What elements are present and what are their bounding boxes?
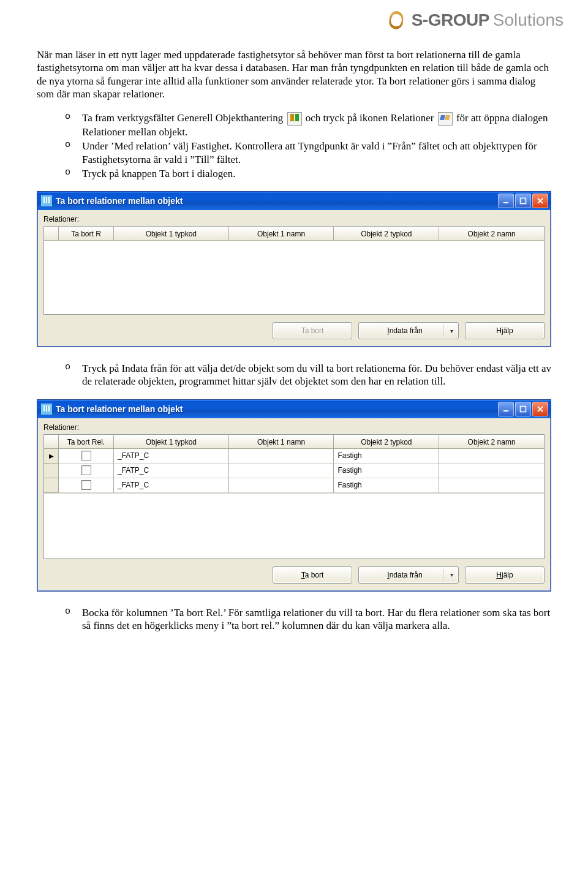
checkbox-icon[interactable] xyxy=(81,465,91,475)
relations-grid[interactable]: Ta bort Rel. Objekt 1 typkod Objekt 1 na… xyxy=(43,434,545,559)
bullet-item: Ta fram verktygsfältet Generell Objektha… xyxy=(65,111,551,138)
obj2-typkod-cell[interactable]: Fastigh xyxy=(334,478,439,493)
grid-body: _FATP_C Fastigh _FATP_C Fastigh _FAT xyxy=(44,449,544,493)
relations-grid[interactable]: Ta bort R Objekt 1 typkod Objekt 1 namn … xyxy=(43,226,545,315)
bullet-item: Under ’Med relation’ välj Fastighet. Kon… xyxy=(65,140,551,166)
table-row[interactable]: _FATP_C Fastigh xyxy=(44,449,544,464)
bullet-item: Tryck på Indata från för att välja det/d… xyxy=(65,362,551,388)
bullet-text: och tryck på ikonen Relationer xyxy=(306,112,437,124)
btn-text: ndata från xyxy=(390,571,423,579)
obj1-typkod-cell[interactable]: _FATP_C xyxy=(114,464,229,478)
indata-fran-button[interactable]: Indata från xyxy=(358,566,459,584)
col-tabort[interactable]: Ta bort Rel. xyxy=(59,435,114,448)
help-button[interactable]: Hjälp xyxy=(465,566,545,584)
paragraph-1: När man läser in ett nytt lager med uppd… xyxy=(37,48,551,100)
brand-swirl-icon xyxy=(386,10,407,31)
window-title: Ta bort relationer mellan objekt xyxy=(56,196,498,206)
obj1-namn-cell[interactable] xyxy=(229,449,334,464)
checkbox-icon[interactable] xyxy=(81,451,91,461)
close-button[interactable] xyxy=(532,194,548,208)
svg-rect-0 xyxy=(503,202,508,203)
relations-label: Relationer: xyxy=(43,215,545,224)
bullet-item: Tryck på knappen Ta bort i dialogen. xyxy=(65,167,551,180)
brand-logo: S-GROUP Solutions xyxy=(386,10,564,31)
col-obj1-typkod[interactable]: Objekt 1 typkod xyxy=(114,435,229,448)
col-tabort[interactable]: Ta bort R xyxy=(59,227,114,240)
titlebar[interactable]: Ta bort relationer mellan objekt xyxy=(37,400,551,418)
checkbox-icon[interactable] xyxy=(81,480,91,490)
btn-text: ndata från xyxy=(390,326,423,335)
maximize-button[interactable] xyxy=(515,402,531,416)
app-icon xyxy=(41,195,52,206)
btn-text: jälp xyxy=(502,571,513,579)
obj1-typkod-cell[interactable]: _FATP_C xyxy=(114,449,229,464)
close-button[interactable] xyxy=(532,402,548,416)
svg-rect-2 xyxy=(503,410,508,412)
dialog-remove-relations-filled: Ta bort relationer mellan objekt Relatio… xyxy=(37,399,551,592)
obj2-typkod-cell[interactable]: Fastigh xyxy=(334,464,439,478)
obj2-namn-cell[interactable] xyxy=(439,449,544,464)
app-icon xyxy=(41,404,52,415)
row-marker-header[interactable] xyxy=(44,227,59,240)
tabort-checkbox-cell[interactable] xyxy=(59,449,114,464)
titlebar[interactable]: Ta bort relationer mellan objekt xyxy=(37,192,551,210)
window-title: Ta bort relationer mellan objekt xyxy=(56,404,498,414)
col-obj1-namn[interactable]: Objekt 1 namn xyxy=(229,227,334,240)
row-marker-icon[interactable] xyxy=(44,478,59,493)
bullet-item: Bocka för kolumnen ’Ta bort Rel.’ För sa… xyxy=(65,606,551,633)
table-row[interactable]: _FATP_C Fastigh xyxy=(44,478,544,493)
dialog-remove-relations-empty: Ta bort relationer mellan objekt Relatio… xyxy=(37,191,551,347)
minimize-button[interactable] xyxy=(498,402,514,416)
minimize-button[interactable] xyxy=(498,194,514,208)
col-obj1-namn[interactable]: Objekt 1 namn xyxy=(229,435,334,448)
col-obj2-typkod[interactable]: Objekt 2 typkod xyxy=(334,227,439,240)
relations-label: Relationer: xyxy=(43,423,545,432)
col-obj2-namn[interactable]: Objekt 2 namn xyxy=(439,227,544,240)
grid-header: Ta bort Rel. Objekt 1 typkod Objekt 1 na… xyxy=(44,435,544,449)
bullet-list-3: Bocka för kolumnen ’Ta bort Rel.’ För sa… xyxy=(37,606,551,633)
grid-header: Ta bort R Objekt 1 typkod Objekt 1 namn … xyxy=(44,227,544,241)
bullet-list-2: Tryck på Indata från för att välja det/d… xyxy=(37,362,551,388)
obj1-namn-cell[interactable] xyxy=(229,464,334,478)
svg-rect-3 xyxy=(521,406,526,412)
brand-name-1: S-GROUP xyxy=(412,10,489,30)
row-marker-icon[interactable] xyxy=(44,464,59,478)
obj1-typkod-cell[interactable]: _FATP_C xyxy=(114,478,229,493)
tabort-button[interactable]: Ta bort xyxy=(273,322,352,339)
obj1-namn-cell[interactable] xyxy=(229,478,334,493)
obj2-namn-cell[interactable] xyxy=(439,464,544,478)
dialog-button-row: Ta bort Indata från Hjälp xyxy=(43,315,545,339)
col-obj1-typkod[interactable]: Objekt 1 typkod xyxy=(114,227,229,240)
col-obj2-typkod[interactable]: Objekt 2 typkod xyxy=(334,435,439,448)
bullet-text: Ta fram verktygsfältet Generell Objektha… xyxy=(82,112,286,124)
grid-empty-area xyxy=(44,241,544,314)
col-obj2-namn[interactable]: Objekt 2 namn xyxy=(439,435,544,448)
tabort-checkbox-cell[interactable] xyxy=(59,478,114,493)
relations-icon xyxy=(438,112,453,126)
maximize-button[interactable] xyxy=(515,194,531,208)
toolbox-icon xyxy=(287,112,302,126)
btn-text: a bort xyxy=(305,571,324,579)
row-marker-icon[interactable] xyxy=(44,449,59,464)
obj2-namn-cell[interactable] xyxy=(439,478,544,493)
help-button[interactable]: Hjälp xyxy=(465,322,545,339)
brand-name-2: Solutions xyxy=(493,10,564,30)
table-row[interactable]: _FATP_C Fastigh xyxy=(44,464,544,478)
obj2-typkod-cell[interactable]: Fastigh xyxy=(334,449,439,464)
dialog-button-row: Ta bort Indata från Hjälp xyxy=(43,559,545,584)
indata-fran-button[interactable]: Indata från xyxy=(358,322,459,339)
grid-empty-area xyxy=(44,493,544,558)
tabort-checkbox-cell[interactable] xyxy=(59,464,114,478)
tabort-button[interactable]: Ta bort xyxy=(273,566,352,584)
bullet-list-1: Ta fram verktygsfältet Generell Objektha… xyxy=(37,111,551,180)
svg-rect-1 xyxy=(521,198,526,204)
row-marker-header[interactable] xyxy=(44,435,59,448)
brand-header: S-GROUP Solutions xyxy=(0,0,588,48)
accel-key: H xyxy=(496,571,502,579)
